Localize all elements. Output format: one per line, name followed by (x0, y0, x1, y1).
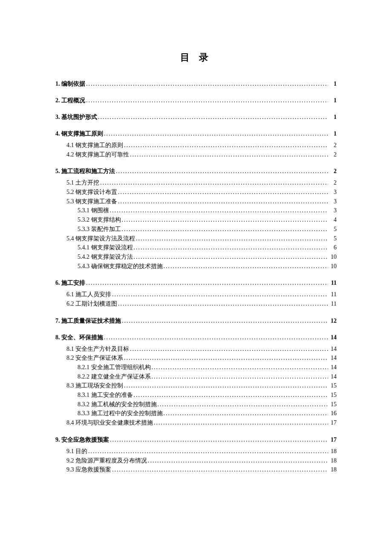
toc-entry-label: 8.2 安全生产保证体系 (66, 353, 123, 363)
toc-entry-page: 5 (329, 225, 337, 234)
toc-entry-dots (112, 465, 328, 474)
toc-entry-dots (118, 197, 328, 206)
toc-entry-label: 6.2 工期计划横道图 (66, 299, 117, 309)
toc-entry-label: 5.2 钢支撑设计布置 (66, 188, 117, 197)
toc-entry-page: 17 (329, 418, 337, 428)
toc-entry-dots (122, 316, 328, 325)
toc-entry-dots (134, 243, 329, 252)
toc-entry-page: 3 (329, 197, 337, 206)
toc-entry-page: 2 (329, 167, 337, 176)
toc-entry-label: 4.2 钢支撑施工的可靠性 (66, 150, 129, 159)
toc-entry-dots (118, 299, 328, 309)
toc-entry-label: 5.3.1 钢围檩 (78, 206, 109, 215)
toc-entry-dots (112, 290, 328, 299)
toc-entry[interactable]: 5.3.3 装配件加工 5 (55, 225, 337, 234)
toc-entry[interactable]: 5.3 钢支撑施工准备 3 (55, 197, 337, 206)
toc-entry-dots (130, 344, 328, 354)
toc-entry-page: 10 (329, 262, 337, 271)
toc-entry-dots (164, 262, 329, 271)
toc-entry[interactable]: 1. 编制依据 1 (55, 79, 337, 88)
toc-entry-page: 14 (329, 344, 337, 354)
toc-entry-page: 10 (329, 252, 337, 262)
toc-entry-dots (154, 418, 328, 428)
toc-entry-dots (98, 113, 328, 121)
toc-entry[interactable]: 8.3.2 施工机械的安全控制措施 15 (55, 400, 337, 409)
toc-entry-page: 3 (329, 188, 337, 197)
toc-entry-dots (158, 400, 329, 409)
toc-entry-page: 14 (329, 333, 337, 342)
toc-entry[interactable]: 5.3.2 钢支撑结构 4 (55, 215, 337, 225)
toc-entry[interactable]: 8.3.3 施工过程中的安全控制措施 16 (55, 409, 337, 418)
toc-entry[interactable]: 2. 工程概况 1 (55, 96, 337, 105)
toc-entry-label: 8.2.1 安全施工管理组织机构 (78, 363, 151, 372)
toc-entry[interactable]: 8. 安全、环保措施 14 (55, 333, 337, 342)
toc-entry-label: 5.3 钢支撑施工准备 (66, 197, 117, 206)
toc-entry-dots (116, 167, 328, 176)
toc-entry[interactable]: 9.3 应急救援预案 18 (55, 465, 337, 474)
toc-entry-page: 17 (329, 435, 337, 444)
toc-entry[interactable]: 4. 钢支撑施工原则 1 (55, 129, 337, 138)
toc-entry-label: 8.3.1 施工安全的准备 (78, 390, 133, 400)
toc-entry[interactable]: 5.4.3 确保钢支撑稳定的技术措施 10 (55, 262, 337, 271)
toc-entry-label: 4.1 钢支撑施工的原则 (66, 141, 123, 150)
toc-entry-dots (136, 234, 328, 243)
toc-entry-dots (152, 363, 329, 372)
toc-entry[interactable]: 5.2 钢支撑设计布置 3 (55, 188, 337, 197)
toc-entry[interactable]: 4.2 钢支撑施工的可靠性 2 (55, 150, 337, 159)
toc-entry-label: 9. 安全应急救援预案 (55, 435, 109, 444)
toc-entry-page: 15 (329, 390, 337, 400)
toc-entry-page: 5 (329, 234, 337, 243)
toc-entry-dots (118, 188, 328, 197)
toc-entry[interactable]: 8.3.1 施工安全的准备 15 (55, 390, 337, 400)
toc-entry-label: 8. 安全、环保措施 (55, 333, 103, 342)
toc-entry-dots (110, 435, 328, 444)
toc-entry[interactable]: 8.2.2 建立健全生产保证体系 14 (55, 372, 337, 382)
toc-entry[interactable]: 3. 基坑围护形式 1 (55, 113, 337, 121)
toc-entry-label: 8.2.2 建立健全生产保证体系 (78, 372, 151, 382)
toc-entry-page: 12 (329, 316, 337, 325)
toc-entry[interactable]: 6.1 施工人员安排 11 (55, 290, 337, 299)
toc-entry-page: 16 (329, 409, 337, 418)
toc-entry[interactable]: 5.4 钢支撑架设方法及流程 5 (55, 234, 337, 243)
toc-entry-dots (86, 96, 328, 105)
toc-entry-dots (122, 225, 329, 234)
toc-entry[interactable]: 9.1 目的 18 (55, 447, 337, 456)
toc-entry-dots (100, 178, 328, 188)
toc-entry-dots (152, 372, 329, 382)
toc-entry-dots (122, 215, 329, 225)
toc-entry[interactable]: 8.2 安全生产保证体系 14 (55, 353, 337, 363)
toc-entry[interactable]: 6.2 工期计划横道图 11 (55, 299, 337, 309)
toc-entry[interactable]: 9.2 危险源严重程度及分布情况 18 (55, 456, 337, 465)
toc-entry-page: 11 (329, 278, 337, 287)
toc-entry-label: 9.2 危险源严重程度及分布情况 (66, 456, 147, 465)
toc-entry-label: 7. 施工质量保证技术措施 (55, 316, 121, 325)
toc-entry-page: 1 (329, 129, 337, 138)
toc-entry[interactable]: 5.4.1 钢支撑架设流程 6 (55, 243, 337, 252)
toc-entry[interactable]: 5. 施工流程和施工方法 2 (55, 167, 337, 176)
toc-entry-label: 8.3.2 施工机械的安全控制措施 (78, 400, 157, 409)
toc-entry-page: 6 (329, 243, 337, 252)
toc-entry-label: 5.4.3 确保钢支撑稳定的技术措施 (78, 262, 163, 271)
toc-entry[interactable]: 8.4 环境与职业安全健康技术措施 17 (55, 418, 337, 428)
toc-entry-page: 1 (329, 113, 337, 121)
toc-entry-label: 2. 工程概况 (55, 96, 85, 105)
toc-entry[interactable]: 6. 施工安排 11 (55, 278, 337, 287)
toc-entry[interactable]: 8.2.1 安全施工管理组织机构 14 (55, 363, 337, 372)
toc-entry-label: 6. 施工安排 (55, 278, 85, 287)
toc-entry[interactable]: 7. 施工质量保证技术措施 12 (55, 316, 337, 325)
toc-entry[interactable]: 5.3.1 钢围檩 3 (55, 206, 337, 215)
toc-entry-dots (86, 79, 328, 88)
toc-entry-dots (88, 447, 328, 456)
toc-entry-dots (134, 390, 329, 400)
toc-entry[interactable]: 5.1 土方开挖 2 (55, 178, 337, 188)
toc-entry[interactable]: 5.4.2 钢支撑架设方法 10 (55, 252, 337, 262)
toc-entry-dots (86, 278, 328, 287)
toc-entry[interactable]: 9. 安全应急救援预案 17 (55, 435, 337, 444)
toc-entry-page: 2 (329, 150, 337, 159)
toc-entry[interactable]: 4.1 钢支撑施工的原则 2 (55, 141, 337, 150)
toc-entry-label: 5.3.3 装配件加工 (78, 225, 121, 234)
toc-entry[interactable]: 8.1 安全生产方针及目标 14 (55, 344, 337, 354)
table-of-contents: 1. 编制依据 12. 工程概况 13. 基坑围护形式 14. 钢支撑施工原则 … (55, 79, 337, 474)
toc-entry[interactable]: 8.3 施工现场安全控制 15 (55, 381, 337, 390)
toc-entry-page: 18 (329, 447, 337, 456)
